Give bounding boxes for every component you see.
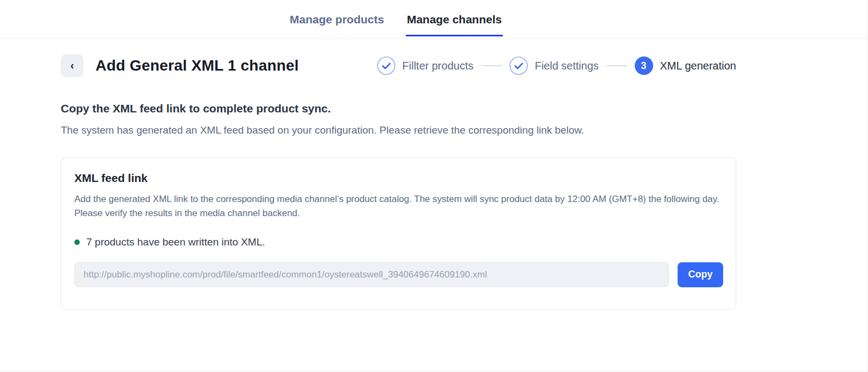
page-title: Add General XML 1 channel <box>95 57 299 74</box>
feed-url-input[interactable] <box>74 262 669 287</box>
check-circle-icon <box>509 56 528 75</box>
success-dot-icon <box>74 239 80 245</box>
step-xml-generation: 3 XML generation <box>635 56 736 75</box>
feed-link-row: Copy <box>74 262 723 287</box>
step-label-xml-generation: XML generation <box>660 60 736 72</box>
card-title: XML feed link <box>74 172 723 185</box>
status-row: 7 products have been written into XML. <box>74 236 723 248</box>
status-text: 7 products have been written into XML. <box>86 236 265 248</box>
page: Manage products Manage channels ‹ Add Ge… <box>0 0 868 372</box>
xml-feed-link-card: XML feed link Add the generated XML link… <box>61 157 736 310</box>
back-button[interactable]: ‹ <box>61 54 84 77</box>
header-row: ‹ Add General XML 1 channel Fillter prod… <box>61 54 736 77</box>
tab-manage-products[interactable]: Manage products <box>289 9 385 29</box>
tab-group: Manage products Manage channels <box>289 9 503 29</box>
step-field-settings: Field settings <box>509 56 599 75</box>
header-left: ‹ Add General XML 1 channel <box>61 54 299 77</box>
step-label-filter-products: Fillter products <box>403 60 474 72</box>
chevron-left-icon: ‹ <box>71 60 74 71</box>
card-description: Add the generated XML link to the corres… <box>74 192 720 221</box>
section-description: The system has generated an XML feed bas… <box>61 124 807 136</box>
tab-manage-channels[interactable]: Manage channels <box>406 9 503 29</box>
check-circle-icon <box>377 56 395 75</box>
main-content: ‹ Add General XML 1 channel Fillter prod… <box>0 39 867 310</box>
top-tab-bar: Manage products Manage channels <box>0 0 867 39</box>
step-number-badge: 3 <box>635 56 653 75</box>
step-connector <box>607 65 627 66</box>
copy-button[interactable]: Copy <box>678 262 723 287</box>
step-filter-products: Fillter products <box>377 56 474 75</box>
stepper: Fillter products Field settings 3 <box>377 56 736 75</box>
step-label-field-settings: Field settings <box>535 60 599 72</box>
section-heading: Copy the XML feed link to complete produ… <box>61 102 807 115</box>
step-connector <box>481 65 502 66</box>
